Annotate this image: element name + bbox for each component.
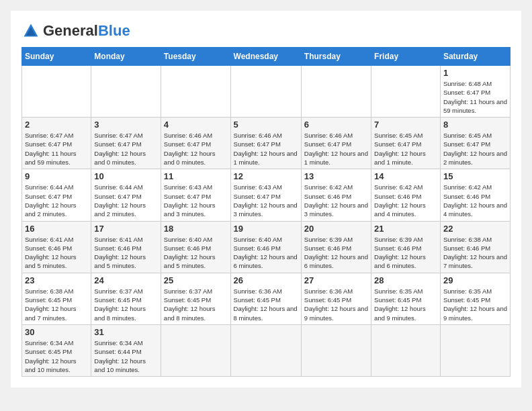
calendar-cell xyxy=(161,324,230,376)
weekday-saturday: Saturday xyxy=(440,48,510,66)
calendar-cell: 9Sunrise: 6:44 AM Sunset: 6:47 PM Daylig… xyxy=(22,169,91,221)
day-info: Sunrise: 6:35 AM Sunset: 6:45 PM Dayligh… xyxy=(374,287,437,322)
day-number: 30 xyxy=(25,327,88,337)
day-number: 7 xyxy=(374,120,437,130)
day-number: 29 xyxy=(443,275,507,285)
day-info: Sunrise: 6:43 AM Sunset: 6:47 PM Dayligh… xyxy=(164,183,228,218)
day-number: 6 xyxy=(304,120,368,130)
day-number: 20 xyxy=(304,224,368,234)
calendar-cell: 25Sunrise: 6:37 AM Sunset: 6:45 PM Dayli… xyxy=(161,273,230,324)
calendar-cell: 12Sunrise: 6:43 AM Sunset: 6:47 PM Dayli… xyxy=(230,169,301,221)
week-row-3: 9Sunrise: 6:44 AM Sunset: 6:47 PM Daylig… xyxy=(22,169,511,221)
weekday-wednesday: Wednesday xyxy=(230,48,301,66)
day-number: 3 xyxy=(94,120,158,130)
calendar-cell xyxy=(161,66,230,118)
calendar-table: SundayMondayTuesdayWednesdayThursdayFrid… xyxy=(21,47,511,377)
week-row-4: 16Sunrise: 6:41 AM Sunset: 6:46 PM Dayli… xyxy=(22,221,511,273)
calendar-cell: 29Sunrise: 6:35 AM Sunset: 6:45 PM Dayli… xyxy=(440,273,510,324)
day-number: 18 xyxy=(164,224,228,234)
day-number: 10 xyxy=(94,171,158,181)
day-number: 4 xyxy=(164,120,228,130)
day-info: Sunrise: 6:45 AM Sunset: 6:47 PM Dayligh… xyxy=(443,131,507,167)
day-info: Sunrise: 6:36 AM Sunset: 6:45 PM Dayligh… xyxy=(304,287,368,322)
calendar-cell xyxy=(301,324,371,376)
day-info: Sunrise: 6:41 AM Sunset: 6:46 PM Dayligh… xyxy=(94,235,158,271)
week-row-1: 1Sunrise: 6:48 AM Sunset: 6:47 PM Daylig… xyxy=(22,66,511,118)
day-number: 1 xyxy=(443,68,507,78)
calendar-cell: 28Sunrise: 6:35 AM Sunset: 6:45 PM Dayli… xyxy=(371,273,441,324)
calendar-cell xyxy=(230,324,301,376)
calendar-cell: 14Sunrise: 6:42 AM Sunset: 6:46 PM Dayli… xyxy=(371,169,441,221)
day-info: Sunrise: 6:41 AM Sunset: 6:46 PM Dayligh… xyxy=(25,235,88,271)
week-row-2: 2Sunrise: 6:47 AM Sunset: 6:47 PM Daylig… xyxy=(22,118,511,169)
calendar-cell: 10Sunrise: 6:44 AM Sunset: 6:47 PM Dayli… xyxy=(91,169,161,221)
calendar-cell: 23Sunrise: 6:38 AM Sunset: 6:45 PM Dayli… xyxy=(22,273,91,324)
calendar-cell: 13Sunrise: 6:42 AM Sunset: 6:46 PM Dayli… xyxy=(301,169,371,221)
day-info: Sunrise: 6:34 AM Sunset: 6:44 PM Dayligh… xyxy=(94,338,158,374)
calendar-cell: 24Sunrise: 6:37 AM Sunset: 6:45 PM Dayli… xyxy=(91,273,161,324)
day-info: Sunrise: 6:46 AM Sunset: 6:47 PM Dayligh… xyxy=(164,131,228,167)
day-number: 15 xyxy=(443,171,507,181)
calendar-cell xyxy=(301,66,371,118)
day-number: 19 xyxy=(234,224,298,234)
day-info: Sunrise: 6:42 AM Sunset: 6:46 PM Dayligh… xyxy=(443,183,507,218)
calendar-cell xyxy=(230,66,301,118)
day-info: Sunrise: 6:39 AM Sunset: 6:46 PM Dayligh… xyxy=(374,235,437,271)
calendar-cell: 30Sunrise: 6:34 AM Sunset: 6:45 PM Dayli… xyxy=(22,324,91,376)
week-row-6: 30Sunrise: 6:34 AM Sunset: 6:45 PM Dayli… xyxy=(22,324,511,376)
day-number: 17 xyxy=(94,224,158,234)
day-number: 26 xyxy=(234,275,298,285)
day-number: 28 xyxy=(374,275,437,285)
day-info: Sunrise: 6:42 AM Sunset: 6:46 PM Dayligh… xyxy=(374,183,437,218)
day-info: Sunrise: 6:37 AM Sunset: 6:45 PM Dayligh… xyxy=(164,287,228,322)
calendar-cell: 16Sunrise: 6:41 AM Sunset: 6:46 PM Dayli… xyxy=(22,221,91,273)
calendar-cell: 18Sunrise: 6:40 AM Sunset: 6:46 PM Dayli… xyxy=(161,221,230,273)
calendar-cell: 2Sunrise: 6:47 AM Sunset: 6:47 PM Daylig… xyxy=(22,118,91,169)
calendar-cell: 7Sunrise: 6:45 AM Sunset: 6:47 PM Daylig… xyxy=(371,118,441,169)
day-info: Sunrise: 6:36 AM Sunset: 6:45 PM Dayligh… xyxy=(234,287,298,322)
day-number: 2 xyxy=(25,120,88,130)
day-number: 16 xyxy=(25,224,88,234)
calendar-cell: 11Sunrise: 6:43 AM Sunset: 6:47 PM Dayli… xyxy=(161,169,230,221)
logo: GeneralBlue xyxy=(21,21,130,40)
day-number: 21 xyxy=(374,224,437,234)
calendar-cell: 15Sunrise: 6:42 AM Sunset: 6:46 PM Dayli… xyxy=(440,169,510,221)
day-info: Sunrise: 6:34 AM Sunset: 6:45 PM Dayligh… xyxy=(25,338,88,374)
calendar-cell: 8Sunrise: 6:45 AM Sunset: 6:47 PM Daylig… xyxy=(440,118,510,169)
day-info: Sunrise: 6:46 AM Sunset: 6:47 PM Dayligh… xyxy=(234,131,298,167)
day-info: Sunrise: 6:40 AM Sunset: 6:46 PM Dayligh… xyxy=(164,235,228,271)
day-number: 11 xyxy=(164,171,228,181)
day-number: 8 xyxy=(443,120,507,130)
day-number: 27 xyxy=(304,275,368,285)
general-blue-icon xyxy=(21,21,40,40)
day-number: 31 xyxy=(94,327,158,337)
calendar-cell: 22Sunrise: 6:38 AM Sunset: 6:46 PM Dayli… xyxy=(440,221,510,273)
header: GeneralBlue xyxy=(21,21,511,40)
day-info: Sunrise: 6:44 AM Sunset: 6:47 PM Dayligh… xyxy=(25,183,88,218)
day-info: Sunrise: 6:47 AM Sunset: 6:47 PM Dayligh… xyxy=(25,131,88,167)
day-number: 5 xyxy=(234,120,298,130)
day-number: 24 xyxy=(94,275,158,285)
calendar-cell xyxy=(371,66,441,118)
calendar-cell: 6Sunrise: 6:46 AM Sunset: 6:47 PM Daylig… xyxy=(301,118,371,169)
day-info: Sunrise: 6:43 AM Sunset: 6:47 PM Dayligh… xyxy=(234,183,298,218)
day-info: Sunrise: 6:40 AM Sunset: 6:46 PM Dayligh… xyxy=(234,235,298,271)
day-info: Sunrise: 6:42 AM Sunset: 6:46 PM Dayligh… xyxy=(304,183,368,218)
day-info: Sunrise: 6:48 AM Sunset: 6:47 PM Dayligh… xyxy=(443,79,507,115)
day-info: Sunrise: 6:47 AM Sunset: 6:47 PM Dayligh… xyxy=(94,131,158,167)
weekday-sunday: Sunday xyxy=(22,48,91,66)
calendar-cell: 19Sunrise: 6:40 AM Sunset: 6:46 PM Dayli… xyxy=(230,221,301,273)
calendar-cell xyxy=(22,66,91,118)
calendar-cell: 20Sunrise: 6:39 AM Sunset: 6:46 PM Dayli… xyxy=(301,221,371,273)
day-number: 12 xyxy=(234,171,298,181)
weekday-header-row: SundayMondayTuesdayWednesdayThursdayFrid… xyxy=(22,48,511,66)
weekday-friday: Friday xyxy=(371,48,441,66)
page: GeneralBlue SundayMondayTuesdayWednesday… xyxy=(11,11,521,387)
day-number: 13 xyxy=(304,171,368,181)
day-info: Sunrise: 6:38 AM Sunset: 6:45 PM Dayligh… xyxy=(25,287,88,322)
day-number: 14 xyxy=(374,171,437,181)
day-number: 25 xyxy=(164,275,228,285)
week-row-5: 23Sunrise: 6:38 AM Sunset: 6:45 PM Dayli… xyxy=(22,273,511,324)
weekday-thursday: Thursday xyxy=(301,48,371,66)
day-info: Sunrise: 6:35 AM Sunset: 6:45 PM Dayligh… xyxy=(443,287,507,322)
